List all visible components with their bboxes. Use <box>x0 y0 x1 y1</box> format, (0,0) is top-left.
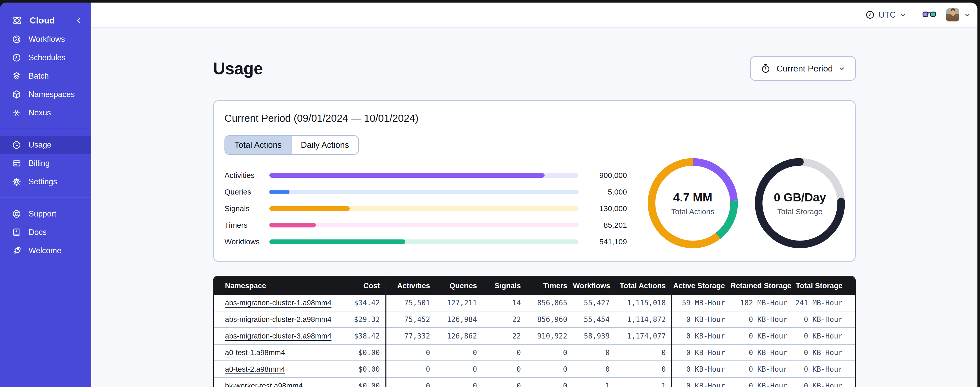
cell-signals: 22 <box>483 311 527 328</box>
cell-signals: 0 <box>483 377 527 387</box>
namespace-cell: bk-worker-test.a98mm4 <box>214 377 332 387</box>
column-header-namespace: Namespace <box>214 277 332 295</box>
sidebar-divider <box>0 198 91 198</box>
table-row: abs-migration-cluster-3.a98mm4$38.4277,3… <box>214 328 856 344</box>
period-selector-button[interactable]: Current Period <box>750 56 856 81</box>
clock-icon <box>865 10 875 20</box>
batch-icon <box>12 71 21 81</box>
cell-workflows: 0 <box>573 361 615 377</box>
cell-retained-storage: 182 MB-Hour <box>730 295 793 311</box>
nexus-icon <box>12 108 21 118</box>
cell-total-actions: 1,114,872 <box>615 311 672 328</box>
bar-label: Activities <box>224 171 269 180</box>
cell-retained-storage: 0 KB-Hour <box>730 344 793 361</box>
bar-fill <box>269 223 316 227</box>
namespace-cell: abs-migration-cluster-1.a98mm4 <box>214 295 332 311</box>
cell-cost: $34.42 <box>332 295 386 311</box>
bar-fill <box>269 240 405 244</box>
cell-total-storage: 0 KB-Hour <box>793 377 856 387</box>
user-menu-chevron-down-icon[interactable] <box>964 11 971 18</box>
sidebar-item-welcome[interactable]: Welcome <box>0 241 91 260</box>
cell-cost: $29.32 <box>332 311 386 328</box>
content-area: Usage Current Period <box>91 27 977 387</box>
bar-label: Queries <box>224 188 269 196</box>
cell-active-storage: 0 KB-Hour <box>672 377 730 387</box>
bar-track <box>269 190 579 194</box>
welcome-icon <box>12 246 21 256</box>
column-header-active-storage: Active Storage <box>672 277 730 295</box>
cell-timers: 0 <box>527 361 573 377</box>
cell-total-storage: 0 KB-Hour <box>793 344 856 361</box>
bar-row-queries: Queries5,000 <box>224 184 627 200</box>
namespace-link[interactable]: abs-migration-cluster-2.a98mm4 <box>225 315 331 323</box>
cell-active-storage: 0 KB-Hour <box>672 361 730 377</box>
bar-label: Timers <box>224 221 269 229</box>
tab-total-actions[interactable]: Total Actions <box>225 136 291 154</box>
bar-value: 900,000 <box>579 171 627 180</box>
labs-glasses-icon[interactable] <box>922 10 936 20</box>
cell-timers: 910,922 <box>527 328 573 344</box>
schedules-icon <box>12 53 21 62</box>
sidebar-item-settings[interactable]: Settings <box>0 173 91 191</box>
cell-retained-storage: 0 KB-Hour <box>730 361 793 377</box>
namespace-usage-table: NamespaceCostActivitiesQueriesSignalsTim… <box>213 276 856 387</box>
cell-signals: 0 <box>483 344 527 361</box>
bar-fill <box>269 206 350 211</box>
namespace-link[interactable]: a0-test-1.a98mm4 <box>225 349 285 357</box>
tab-daily-actions[interactable]: Daily Actions <box>291 136 358 154</box>
sidebar-brand[interactable]: Cloud <box>0 11 91 30</box>
sidebar-nav: WorkflowsSchedulesBatchNamespacesNexusUs… <box>0 30 91 260</box>
cell-queries: 126,984 <box>436 311 483 328</box>
donut-label: Total Actions <box>671 207 714 216</box>
namespace-link[interactable]: bk-worker-test.a98mm4 <box>225 382 303 387</box>
sidebar-collapse-chevron-left-icon[interactable] <box>75 17 83 24</box>
sidebar-item-label: Docs <box>29 228 47 237</box>
page-title: Usage <box>213 59 263 78</box>
cell-total-actions: 1,115,018 <box>615 295 672 311</box>
cell-activities: 75,501 <box>386 295 436 311</box>
timezone-selector[interactable]: UTC <box>865 10 906 20</box>
cell-total-storage: 0 KB-Hour <box>793 361 856 377</box>
sidebar-item-workflows[interactable]: Workflows <box>0 30 91 48</box>
sidebar-item-docs[interactable]: Docs <box>0 223 91 241</box>
cell-activities: 0 <box>386 377 436 387</box>
sidebar-item-usage[interactable]: Usage <box>0 136 91 154</box>
user-avatar[interactable] <box>946 8 959 21</box>
namespace-link[interactable]: a0-test-2.a98mm4 <box>225 365 285 373</box>
cell-signals: 14 <box>483 295 527 311</box>
sidebar-item-label: Settings <box>29 177 57 186</box>
timezone-chevron-down-icon <box>899 11 906 18</box>
bar-fill <box>269 190 290 194</box>
cell-timers: 856,865 <box>527 295 573 311</box>
column-header-workflows: Workflows <box>573 277 615 295</box>
cell-workflows: 0 <box>573 344 615 361</box>
namespace-cell: abs-migration-cluster-2.a98mm4 <box>214 311 332 328</box>
cell-workflows: 55,454 <box>573 311 615 328</box>
namespace-link[interactable]: abs-migration-cluster-3.a98mm4 <box>225 332 331 340</box>
sidebar-item-namespaces[interactable]: Namespaces <box>0 85 91 104</box>
sidebar-item-nexus[interactable]: Nexus <box>0 104 91 122</box>
topbar: UTC <box>91 3 977 27</box>
sidebar-item-label: Billing <box>29 159 50 168</box>
cell-active-storage: 0 KB-Hour <box>672 328 730 344</box>
column-header-total-storage: Total Storage <box>793 277 856 295</box>
support-icon <box>12 209 21 219</box>
cell-retained-storage: 0 KB-Hour <box>730 328 793 344</box>
cell-total-actions: 1 <box>615 377 672 387</box>
sidebar-item-batch[interactable]: Batch <box>0 67 91 85</box>
sidebar-item-billing[interactable]: Billing <box>0 154 91 173</box>
sidebar-item-schedules[interactable]: Schedules <box>0 48 91 67</box>
donut-value: 0 GB/Day <box>774 190 826 204</box>
table-row: bk-worker-test.a98mm4$0.000000110 KB-Hou… <box>214 377 856 387</box>
cell-cost: $38.42 <box>332 328 386 344</box>
column-header-total-actions: Total Actions <box>615 277 672 295</box>
cell-timers: 0 <box>527 344 573 361</box>
bar-row-signals: Signals130,000 <box>224 200 627 217</box>
namespace-link[interactable]: abs-migration-cluster-1.a98mm4 <box>225 299 331 307</box>
cell-active-storage: 59 MB-Hour <box>672 295 730 311</box>
bar-label: Workflows <box>224 237 269 246</box>
column-header-cost: Cost <box>332 277 386 295</box>
table-row: a0-test-2.a98mm4$0.000000000 KB-Hour0 KB… <box>214 361 856 377</box>
sidebar-item-support[interactable]: Support <box>0 205 91 223</box>
sidebar-brand-label: Cloud <box>30 15 75 26</box>
